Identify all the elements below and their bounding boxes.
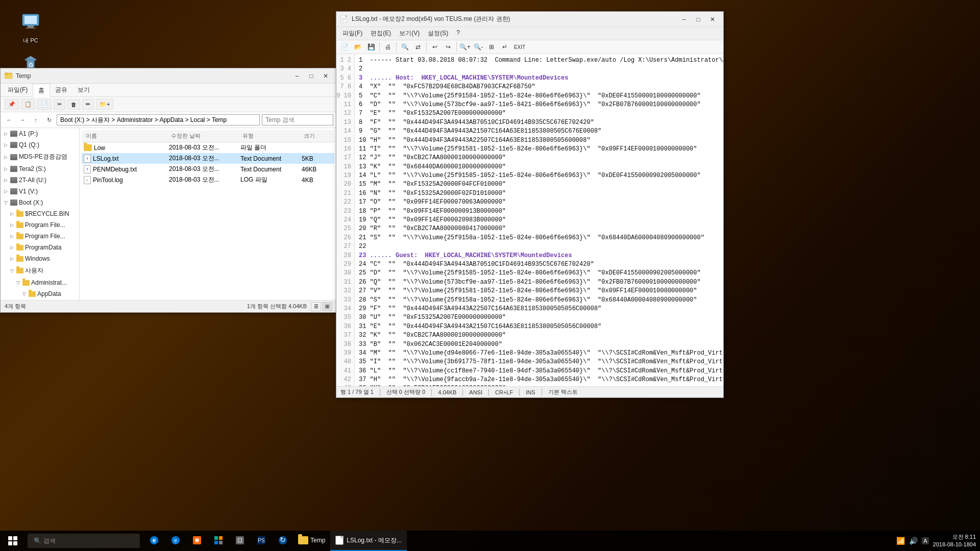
tree-item-v1[interactable]: ▷ V1 (V:) (1, 186, 79, 197)
taskbar-item-ps[interactable]: PS (251, 531, 272, 551)
tb-new[interactable]: 📄 (338, 41, 351, 53)
tree-expand-boot[interactable]: ▽ (3, 199, 9, 206)
tree-expand-users[interactable]: ▽ (9, 268, 15, 274)
network-icon[interactable]: 📶 (896, 537, 905, 545)
tb-open[interactable]: 📂 (352, 41, 364, 53)
new-folder-btn[interactable]: 📁+ (96, 99, 113, 110)
taskbar-item-paint[interactable] (187, 531, 207, 551)
tb-undo[interactable]: ↩ (429, 41, 441, 53)
file-row-pintool[interactable]: L PinTool.log 2018-08-03 오전... LOG 파일 4K… (82, 174, 334, 185)
copy-btn[interactable]: 📋 (21, 99, 35, 110)
tree-item-pf2[interactable]: ▷ Program File... (1, 231, 79, 242)
tree-item-boot[interactable]: ▽ Boot (X:) (1, 197, 79, 208)
taskbar-item-store[interactable]: ⊡ (230, 531, 250, 551)
list-view-btn[interactable]: ⊞ (322, 302, 332, 311)
col-date[interactable]: 수정한 날짜 (169, 131, 240, 141)
back-button[interactable]: ← (4, 114, 15, 126)
ribbon-tab-home[interactable]: 홈 (33, 84, 50, 97)
volume-icon[interactable]: 🔊 (909, 537, 918, 545)
tree-expand-mds[interactable]: ▷ (3, 154, 9, 160)
col-name[interactable]: 이름 (84, 131, 169, 141)
details-view-btn[interactable]: ☰ (311, 302, 321, 311)
tb-replace[interactable]: ⇄ (412, 41, 424, 53)
col-size[interactable]: 크기 (302, 131, 332, 141)
desktop-icon-pc[interactable]: 내 PC (10, 10, 51, 46)
taskbar-item-edge[interactable]: e (165, 531, 186, 551)
tree-expand-windows[interactable]: ▷ (9, 256, 15, 262)
ribbon-tab-file[interactable]: 파일(F) (3, 84, 33, 96)
menu-help[interactable]: ? (452, 27, 464, 40)
notepad-minimize-button[interactable]: – (677, 14, 691, 25)
tree-item-windows[interactable]: ▷ Windows (1, 253, 79, 264)
menu-settings[interactable]: 설정(S) (424, 27, 452, 40)
delete-btn[interactable]: 🗑 (67, 99, 80, 110)
tree-item-admin[interactable]: ▽ Administrat... (1, 277, 79, 288)
tree-item-pd[interactable]: ▷ ProgramData (1, 242, 79, 253)
taskbar-item-notepad[interactable]: LSLog.txt - 메모장... (330, 531, 406, 551)
taskbar-item-ie[interactable]: e (144, 531, 164, 551)
tb-exit[interactable]: EXIT (512, 41, 527, 53)
taskbar-item-refresh[interactable]: ↻ (273, 531, 293, 551)
tree-item-tera2[interactable]: ▷ Tera2 (S:) (1, 163, 79, 174)
tree-label-recycle: $RECYCLE.BIN (25, 210, 69, 217)
file-row-lslog[interactable]: T LSLog.txt 2018-08-03 오전... Text Docume… (82, 153, 334, 164)
rename-btn[interactable]: ✏ (82, 99, 94, 110)
menu-edit[interactable]: 편집(E) (366, 27, 395, 40)
ribbon-tab-view[interactable]: 보기 (72, 84, 95, 96)
tb-find[interactable]: 🔍 (399, 41, 411, 53)
tree-item-recycle[interactable]: ▷ $RECYCLE.BIN (1, 208, 79, 219)
keyboard-icon[interactable]: A (922, 537, 928, 544)
tb-view-grid[interactable]: ⊞ (485, 41, 498, 53)
maximize-button[interactable]: □ (305, 70, 318, 82)
taskbar-item-metro[interactable] (208, 531, 229, 551)
menu-view[interactable]: 보기(V) (395, 27, 424, 40)
tb-redo[interactable]: ↪ (442, 41, 454, 53)
col-type[interactable]: 유형 (240, 131, 302, 141)
address-path[interactable]: Boot (X:) > 사용자 > Administrator > AppDat… (57, 114, 260, 126)
paste-btn[interactable]: 📄 (37, 99, 52, 110)
tree-item-users[interactable]: ▽ 사용자 (1, 264, 79, 277)
ribbon-tab-share[interactable]: 공유 (50, 84, 72, 96)
tree-expand-2tall[interactable]: ▷ (3, 177, 9, 183)
taskbar-item-explorer[interactable]: Temp (293, 531, 330, 551)
tree-item-mds[interactable]: ▷ MDS-PE경증감염 (1, 151, 79, 163)
tree-expand-a1[interactable]: ▷ (3, 131, 9, 137)
tree-item-2tall[interactable]: ▷ 2T-All (U:) (1, 174, 79, 186)
tree-expand-tera2[interactable]: ▷ (3, 166, 9, 172)
start-button[interactable] (0, 531, 26, 551)
close-button[interactable]: ✕ (319, 70, 332, 82)
file-row-penm[interactable]: T PENMDebug.txt 2018-08-03 오전... Text Do… (82, 164, 334, 174)
up-button[interactable]: ↑ (30, 114, 41, 126)
tree-item-pf1[interactable]: ▷ Program File... (1, 219, 79, 231)
file-row-low[interactable]: Low 2018-08-03 오전... 파일 폴더 (82, 142, 334, 153)
tb-zoomout[interactable]: 🔍- (472, 41, 484, 53)
tree-expand-admin[interactable]: ▽ (15, 280, 21, 286)
tree-item-q1[interactable]: ▷ Q1 (Q:) (1, 139, 79, 151)
cut-btn[interactable]: ✂ (54, 99, 65, 110)
menu-file[interactable]: 파일(F) (338, 27, 366, 40)
notepad-text[interactable]: 1 ------ Start 03.08.2018 08:07:32 Comma… (355, 54, 723, 386)
tb-zoomin[interactable]: 🔍+ (459, 41, 471, 53)
forward-button[interactable]: → (17, 114, 28, 126)
taskbar-search[interactable]: 🔍 검색 (28, 534, 140, 548)
notepad-maximize-button[interactable]: □ (692, 14, 705, 25)
tree-expand-pf2[interactable]: ▷ (9, 233, 15, 239)
pin-to-quickaccess-btn[interactable]: 📌 (5, 99, 19, 110)
tree-expand-pd[interactable]: ▷ (9, 244, 15, 251)
notepad-close-button[interactable]: ✕ (706, 14, 719, 25)
tree-item-a1[interactable]: ▷ A1 (P:) (1, 128, 79, 139)
systray-time[interactable]: 오전 8:11 2018-08-10-1804 (933, 533, 976, 549)
ribbon-content: 📌 📋 📄 ✂ 🗑 ✏ 📁+ (1, 97, 336, 112)
tree-expand-recycle[interactable]: ▷ (9, 211, 15, 217)
tree-expand-v1[interactable]: ▷ (3, 188, 9, 194)
tb-print[interactable]: 🖨 (382, 41, 394, 53)
search-input[interactable] (262, 114, 333, 126)
tree-expand-pf1[interactable]: ▷ (9, 222, 15, 228)
tree-item-appdata[interactable]: ▽ AppData (1, 288, 79, 299)
tree-expand-q1[interactable]: ▷ (3, 142, 9, 148)
minimize-button[interactable]: – (290, 70, 304, 82)
tree-expand-appdata[interactable]: ▽ (21, 291, 27, 297)
refresh-button[interactable]: ↻ (43, 114, 55, 126)
tb-wrap[interactable]: ↵ (499, 41, 511, 53)
tb-save[interactable]: 💾 (365, 41, 377, 53)
